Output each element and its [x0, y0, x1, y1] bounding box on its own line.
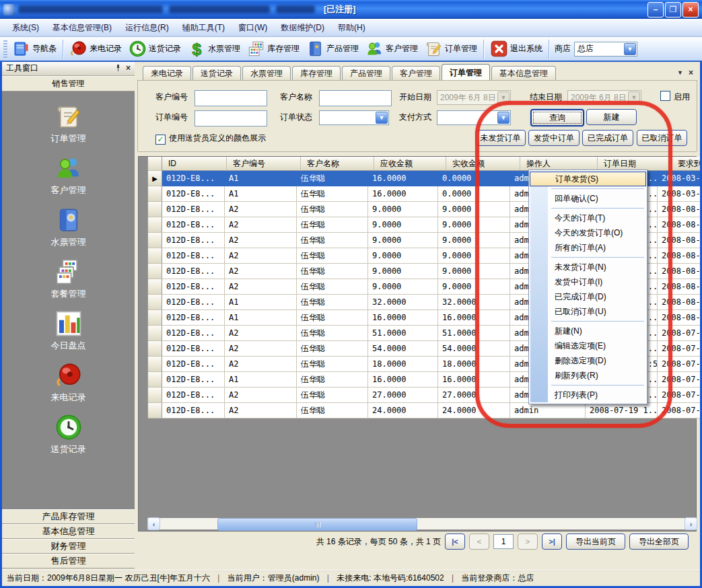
tab-dropdown-icon[interactable]: ▼ — [677, 69, 683, 76]
row-selector[interactable] — [148, 357, 162, 372]
scrollbar-track[interactable] — [160, 518, 685, 529]
order-no-input[interactable] — [195, 110, 267, 126]
row-selector[interactable] — [148, 372, 162, 388]
column-header[interactable]: 订单日期 — [598, 157, 672, 171]
context-menu-item[interactable]: 新建(N) — [530, 324, 646, 338]
start-date-picker[interactable]: 2009年 6月 8日 ▼ — [437, 90, 511, 105]
scroll-right-icon[interactable]: › — [685, 517, 697, 530]
toolbar-button[interactable]: 送货记录 — [125, 38, 184, 59]
row-selector[interactable] — [148, 233, 162, 248]
minimize-button[interactable]: – — [647, 2, 664, 17]
context-menu-item[interactable]: 今天的发货订单(O) — [530, 225, 646, 240]
tab-来电记录[interactable]: 来电记录 — [143, 66, 191, 80]
sidebar-item[interactable]: 客户管理 — [51, 154, 86, 196]
close-button[interactable]: × — [682, 2, 699, 17]
tab-水票管理[interactable]: 水票管理 — [242, 66, 291, 80]
row-selector[interactable] — [148, 341, 162, 357]
menu-item[interactable]: 基本信息管理(B) — [46, 20, 118, 36]
toolbar-button[interactable]: 库存管理 — [244, 38, 303, 59]
order-status-combo[interactable]: ▼ — [319, 110, 389, 125]
pay-method-combo[interactable]: ▼ — [437, 110, 511, 125]
context-menu-item[interactable]: 所有的订单(A) — [530, 240, 646, 255]
close-icon[interactable]: × — [126, 63, 131, 73]
context-menu-item[interactable]: 删除选定项(D) — [530, 353, 646, 368]
row-selector[interactable] — [148, 403, 162, 418]
first-page-button[interactable]: |< — [445, 534, 465, 550]
toolbar-button[interactable]: 来电记录 — [66, 38, 125, 59]
toolbar-grip-icon[interactable] — [3, 40, 7, 58]
order-status-filter-button[interactable]: 发货中订单 — [528, 130, 580, 146]
context-menu-item[interactable]: 订单发货(S) — [530, 172, 646, 186]
sidebar-group-button[interactable]: 产品库存管理 — [2, 509, 135, 524]
pin-icon[interactable] — [114, 64, 122, 72]
tab-库存管理[interactable]: 库存管理 — [292, 66, 341, 80]
sidebar-group-button[interactable]: 售后管理 — [2, 554, 135, 568]
column-header[interactable]: 客户名称 — [301, 157, 374, 171]
scrollbar-thumb[interactable] — [217, 518, 417, 531]
store-combo[interactable]: 总店 ▼ — [574, 42, 637, 57]
tab-送货记录[interactable]: 送货记录 — [192, 66, 241, 80]
menu-item[interactable]: 窗口(W) — [232, 20, 274, 36]
column-header[interactable]: ID — [162, 157, 227, 171]
context-menu-item[interactable]: 发货中订单(I) — [530, 274, 646, 289]
horizontal-scrollbar[interactable]: ‹ › — [147, 518, 697, 529]
toolbar-button[interactable]: 退出系统 — [487, 38, 546, 59]
sidebar-item[interactable]: 订单管理 — [51, 102, 86, 145]
column-header[interactable]: 实收金额 — [446, 157, 520, 171]
menu-item[interactable]: 数据维护(D) — [274, 20, 331, 36]
export-all-pages-button[interactable]: 导出全部页 — [629, 534, 689, 550]
row-selector[interactable] — [148, 248, 162, 264]
toolbar-button[interactable]: $水票管理 — [184, 38, 244, 59]
toolbar-button[interactable]: 订单管理 — [421, 38, 481, 59]
maximize-button[interactable]: ❐ — [665, 2, 681, 17]
customer-name-input[interactable] — [319, 90, 392, 106]
toolbar-button[interactable]: 产品管理 — [303, 38, 362, 59]
row-selector[interactable] — [148, 264, 162, 279]
last-page-button[interactable]: >| — [542, 534, 562, 550]
context-menu-item[interactable]: 已取消订单(U) — [530, 304, 646, 319]
row-selector[interactable] — [148, 217, 162, 233]
sidebar-item[interactable]: 水票管理 — [51, 206, 86, 248]
scroll-left-icon[interactable]: ‹ — [147, 517, 160, 530]
chevron-down-icon[interactable]: ▼ — [624, 43, 636, 55]
column-header[interactable]: 客户编号 — [227, 157, 301, 171]
color-checkbox[interactable]: ✓ — [155, 135, 166, 145]
export-current-page-button[interactable]: 导出当前页 — [566, 534, 625, 550]
page-number-input[interactable] — [493, 534, 514, 549]
table-row[interactable]: 012D-E8...A2伍华聪24.000024.0000admin2008-0… — [148, 403, 698, 418]
row-selector[interactable] — [148, 326, 162, 341]
next-page-button[interactable]: > — [518, 534, 538, 550]
context-menu-item[interactable]: 回单确认(C) — [530, 191, 646, 206]
prev-page-button[interactable]: < — [469, 534, 489, 550]
sidebar-group-sales[interactable]: 销售管理 — [2, 76, 135, 91]
order-status-filter-button[interactable]: 未发货订单 — [475, 130, 526, 146]
row-selector[interactable] — [148, 202, 162, 217]
new-button[interactable]: 新建 — [586, 109, 637, 125]
context-menu-item[interactable]: 编辑选定项(E) — [530, 338, 646, 353]
menu-item[interactable]: 系统(S) — [5, 20, 46, 36]
tab-基本信息管理[interactable]: 基本信息管理 — [491, 66, 556, 80]
column-header[interactable]: 操作人 — [520, 157, 598, 171]
tab-客户管理[interactable]: 客户管理 — [392, 66, 440, 80]
row-selector[interactable] — [148, 310, 162, 326]
menu-item[interactable]: 运行信息(R) — [118, 20, 176, 36]
query-button[interactable]: 查询 — [530, 109, 584, 126]
menu-item[interactable]: 辅助工具(T) — [176, 20, 232, 36]
sidebar-group-button[interactable]: 财务管理 — [2, 539, 135, 554]
row-selector[interactable] — [148, 388, 162, 403]
row-selector[interactable] — [148, 186, 162, 202]
tab-订单管理[interactable]: 订单管理 — [442, 64, 490, 81]
sidebar-item[interactable]: 来电记录 — [51, 361, 86, 404]
chevron-down-icon[interactable]: ▼ — [376, 112, 388, 124]
customer-no-input[interactable] — [195, 90, 267, 106]
order-status-filter-button[interactable]: 已完成订单 — [582, 130, 633, 146]
context-menu-item[interactable]: 打印列表(P) — [530, 388, 646, 402]
context-menu-item[interactable]: 未发货订单(N) — [530, 260, 646, 274]
toolbar-button[interactable]: 客户管理 — [362, 38, 421, 59]
sidebar-item[interactable]: 套餐管理 — [51, 258, 86, 300]
enable-checkbox[interactable] — [660, 91, 670, 101]
toolbar-button[interactable]: 导航条 — [9, 38, 60, 59]
row-selector[interactable] — [148, 279, 162, 295]
tab-产品管理[interactable]: 产品管理 — [342, 66, 390, 80]
tab-close-icon[interactable]: × — [689, 68, 693, 77]
